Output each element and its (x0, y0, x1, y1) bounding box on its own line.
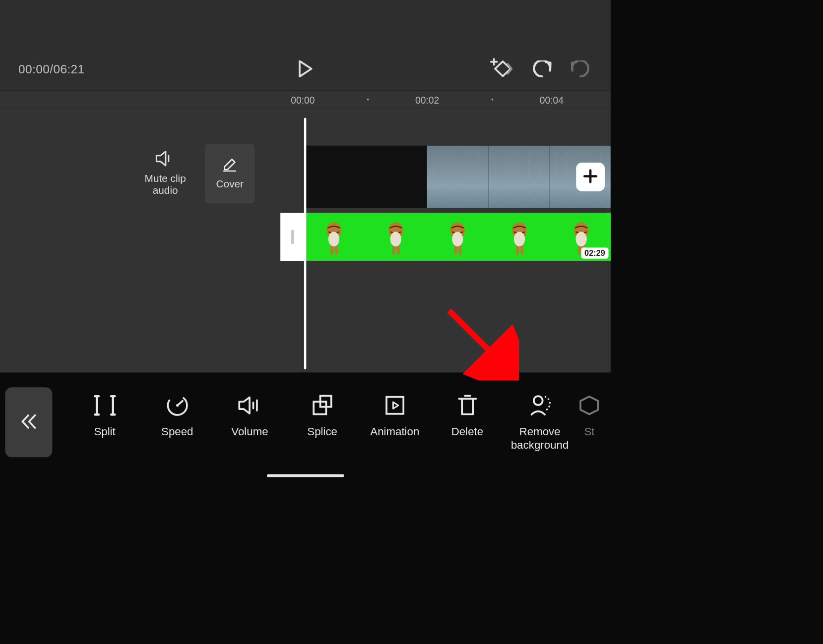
splice-icon (310, 393, 335, 418)
split-icon (92, 393, 118, 418)
overlay-clip[interactable]: 02:29 (305, 213, 611, 261)
pencil-icon (222, 157, 237, 175)
cover-label: Cover (216, 178, 244, 190)
svg-point-17 (534, 396, 543, 405)
tool-delete[interactable]: Delete (432, 393, 504, 438)
redo-icon (571, 60, 591, 79)
ruler-tick: 00:00 (291, 95, 315, 106)
tool-label: Split (94, 425, 115, 438)
clip-duration-badge: 02:29 (581, 247, 608, 258)
video-track[interactable] (305, 146, 611, 208)
tiger-thumbnail (319, 217, 348, 257)
tool-remove-background[interactable]: Remove background (504, 393, 576, 452)
tool-speed[interactable]: Speed (141, 393, 213, 438)
svg-point-7 (514, 232, 525, 246)
tool-label: Splice (307, 425, 337, 438)
tool-split[interactable]: Split (69, 393, 141, 438)
tiger-thumbnail (381, 217, 410, 257)
keyframe-add-icon (490, 58, 514, 81)
tool-label: Animation (370, 425, 419, 438)
plus-icon (582, 168, 599, 186)
tool-partial[interactable]: St (576, 393, 602, 438)
tool-label: Remove background (511, 425, 569, 452)
playhead[interactable] (304, 117, 306, 369)
play-button[interactable] (297, 60, 315, 78)
home-indicator (267, 474, 344, 477)
svg-rect-16 (386, 397, 403, 414)
preview-area (0, 0, 611, 49)
mute-label: Mute clip audio (145, 173, 186, 197)
tiger-thumbnail (505, 217, 534, 257)
ruler-tick: 00:04 (540, 95, 564, 106)
add-media-button[interactable] (576, 163, 605, 191)
speaker-icon (155, 150, 175, 169)
tool-splice[interactable]: Splice (286, 393, 358, 438)
ruler-tick: 00:02 (415, 95, 439, 106)
empty-segment (305, 146, 427, 208)
keyframe-button[interactable] (493, 60, 512, 79)
svg-point-9 (575, 232, 586, 246)
playback-bar: 00:00/06:21 (0, 49, 611, 91)
tool-label: St (584, 425, 594, 438)
remove-background-icon (527, 393, 553, 418)
tiger-thumbnail (443, 217, 472, 257)
volume-icon (237, 393, 262, 418)
svg-point-5 (452, 232, 463, 246)
overlay-track[interactable]: 02:29 (280, 213, 611, 261)
video-thumbnail (427, 146, 488, 208)
tool-list: Split Speed Volume Splice Animation (52, 393, 611, 452)
chevron-double-left-icon (19, 411, 39, 433)
timeline-ruler[interactable]: 00:00 00:02 00:04 (0, 91, 611, 109)
timecode-display: 00:00/06:21 (18, 62, 84, 76)
ruler-dot (492, 99, 494, 101)
tool-label: Volume (231, 425, 268, 438)
back-button[interactable] (5, 387, 52, 457)
ruler-dot (367, 99, 369, 101)
svg-point-1 (328, 232, 339, 246)
undo-button[interactable] (532, 60, 551, 79)
speed-icon (164, 393, 190, 418)
tool-volume[interactable]: Volume (214, 393, 286, 438)
undo-icon (531, 60, 551, 79)
tool-label: Delete (451, 425, 483, 438)
tool-label: Speed (161, 425, 193, 438)
mute-clip-audio-button[interactable]: Mute clip audio (134, 144, 196, 203)
delete-icon (454, 393, 480, 418)
cover-button[interactable]: Cover (205, 144, 254, 203)
redo-button[interactable] (571, 60, 591, 79)
cube-icon (576, 393, 602, 418)
svg-point-13 (176, 404, 179, 407)
clip-trim-handle[interactable] (280, 213, 304, 261)
video-thumbnail (488, 146, 549, 208)
animation-icon (382, 393, 408, 418)
svg-point-3 (390, 232, 401, 246)
tool-animation[interactable]: Animation (359, 393, 431, 438)
bottom-toolbar: Split Speed Volume Splice Animation (0, 373, 611, 472)
play-icon (298, 60, 313, 79)
